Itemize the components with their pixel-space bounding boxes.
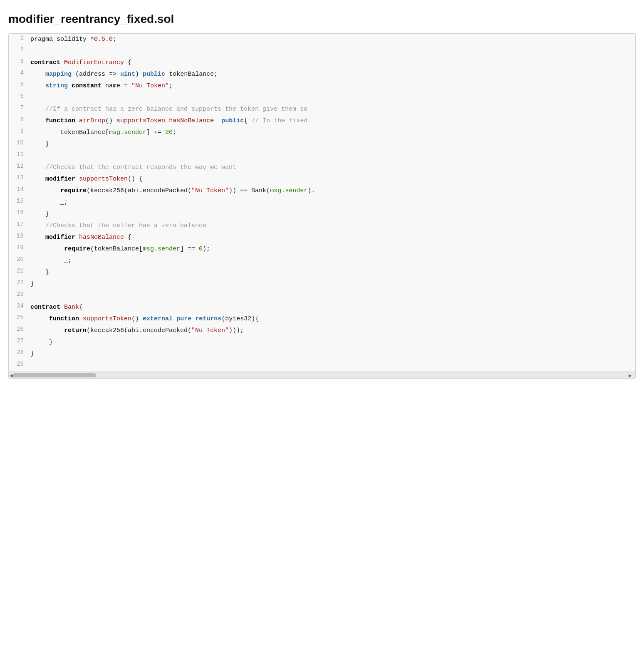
line-number: 19 xyxy=(9,243,29,255)
line-number: 9 xyxy=(9,127,29,139)
table-row: 23 xyxy=(9,290,635,302)
scrollbar-arrow-left[interactable]: ◀ xyxy=(10,373,13,377)
table-row: 20 _; xyxy=(9,255,635,267)
table-row: 17 //Checks that the caller has a zero b… xyxy=(9,220,635,232)
line-number: 10 xyxy=(9,139,29,150)
table-row: 6 xyxy=(9,92,635,104)
table-row: 8 function airDrop() supportsToken hasNo… xyxy=(9,115,635,127)
line-code: modifier supportsToken() { xyxy=(29,173,635,185)
line-number: 4 xyxy=(9,69,29,80)
table-row: 7 //If a contract has a zero balance and… xyxy=(9,104,635,115)
line-number: 25 xyxy=(9,313,29,325)
table-row: 16 } xyxy=(9,208,635,220)
page-title: modifier_reentrancy_fixed.sol xyxy=(8,12,636,26)
line-number: 1 xyxy=(9,34,29,45)
line-number: 18 xyxy=(9,232,29,243)
scrollbar-thumb[interactable] xyxy=(13,373,96,377)
table-row: 1pragma solidity ^0.5.0; xyxy=(9,34,635,45)
scrollbar-arrow-right[interactable]: ▶ xyxy=(629,373,632,377)
line-number: 7 xyxy=(9,104,29,115)
line-number: 5 xyxy=(9,80,29,92)
table-row: 9 tokenBalance[msg.sender] += 20; xyxy=(9,127,635,139)
line-code: require(tokenBalance[msg.sender] == 0); xyxy=(29,243,635,255)
line-code: return(keccak256(abi.encodePacked("Nu To… xyxy=(29,325,635,337)
table-row: 5 string constant name = "Nu Token"; xyxy=(9,80,635,92)
line-code: } xyxy=(29,337,635,348)
line-number: 17 xyxy=(9,220,29,232)
table-row: 2 xyxy=(9,45,635,57)
line-number: 12 xyxy=(9,162,29,173)
line-number: 26 xyxy=(9,325,29,337)
line-number: 2 xyxy=(9,45,29,57)
line-code: pragma solidity ^0.5.0; xyxy=(29,34,635,45)
table-row: 14 require(keccak256(abi.encodePacked("N… xyxy=(9,185,635,197)
line-code: } xyxy=(29,278,635,290)
line-number: 22 xyxy=(9,278,29,290)
table-row: 27 } xyxy=(9,337,635,348)
line-code: tokenBalance[msg.sender] += 20; xyxy=(29,127,635,139)
line-code: function airDrop() supportsToken hasNoBa… xyxy=(29,115,635,127)
line-code xyxy=(29,290,635,302)
line-code: _; xyxy=(29,255,635,267)
line-code: _; xyxy=(29,197,635,208)
line-number: 16 xyxy=(9,208,29,220)
line-code: } xyxy=(29,267,635,278)
line-code xyxy=(29,92,635,104)
table-row: 18 modifier hasNoBalance { xyxy=(9,232,635,243)
line-number: 24 xyxy=(9,302,29,313)
line-code: mapping (address => uint) public tokenBa… xyxy=(29,69,635,80)
line-number: 8 xyxy=(9,115,29,127)
table-row: 13 modifier supportsToken() { xyxy=(9,173,635,185)
table-row: 24contract Bank{ xyxy=(9,302,635,313)
line-number: 13 xyxy=(9,173,29,185)
table-row: 12 //Checks that the contract responds t… xyxy=(9,162,635,173)
line-code: } xyxy=(29,348,635,360)
scrollbar-track[interactable]: ◀ ▶ xyxy=(9,372,635,378)
line-number: 28 xyxy=(9,348,29,360)
line-number: 29 xyxy=(9,360,29,372)
line-number: 27 xyxy=(9,337,29,348)
table-row: 21 } xyxy=(9,267,635,278)
table-row: 19 require(tokenBalance[msg.sender] == 0… xyxy=(9,243,635,255)
line-code xyxy=(29,360,635,372)
line-code: contract Bank{ xyxy=(29,302,635,313)
line-code: string constant name = "Nu Token"; xyxy=(29,80,635,92)
line-code xyxy=(29,45,635,57)
line-number: 3 xyxy=(9,57,29,69)
line-number: 15 xyxy=(9,197,29,208)
line-code: function supportsToken() external pure r… xyxy=(29,313,635,325)
code-scroll-area[interactable]: 1pragma solidity ^0.5.0;23contract Modif… xyxy=(9,34,635,372)
line-number: 20 xyxy=(9,255,29,267)
table-row: 26 return(keccak256(abi.encodePacked("Nu… xyxy=(9,325,635,337)
line-number: 6 xyxy=(9,92,29,104)
line-number: 11 xyxy=(9,150,29,162)
line-code xyxy=(29,150,635,162)
table-row: 25 function supportsToken() external pur… xyxy=(9,313,635,325)
line-number: 21 xyxy=(9,267,29,278)
line-number: 14 xyxy=(9,185,29,197)
table-row: 4 mapping (address => uint) public token… xyxy=(9,69,635,80)
line-code: contract ModifierEntrancy { xyxy=(29,57,635,69)
line-code: //Checks that the caller has a zero bala… xyxy=(29,220,635,232)
line-code: require(keccak256(abi.encodePacked("Nu T… xyxy=(29,185,635,197)
table-row: 29 xyxy=(9,360,635,372)
table-row: 11 xyxy=(9,150,635,162)
table-row: 3contract ModifierEntrancy { xyxy=(9,57,635,69)
line-code: //Checks that the contract responds the … xyxy=(29,162,635,173)
table-row: 22} xyxy=(9,278,635,290)
line-code: modifier hasNoBalance { xyxy=(29,232,635,243)
line-code: //If a contract has a zero balance and s… xyxy=(29,104,635,115)
line-code: } xyxy=(29,208,635,220)
line-number: 23 xyxy=(9,290,29,302)
table-row: 28} xyxy=(9,348,635,360)
code-table: 1pragma solidity ^0.5.0;23contract Modif… xyxy=(9,34,635,372)
table-row: 15 _; xyxy=(9,197,635,208)
code-container: 1pragma solidity ^0.5.0;23contract Modif… xyxy=(8,33,636,379)
table-row: 10 } xyxy=(9,139,635,150)
line-code: } xyxy=(29,139,635,150)
